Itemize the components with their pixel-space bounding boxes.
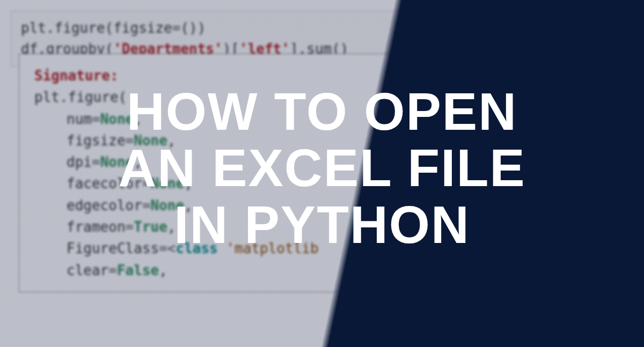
headline: HOW TO OPEN AN EXCEL FILE IN PYTHON bbox=[0, 83, 644, 253]
headline-line-2: AN EXCEL FILE bbox=[0, 140, 644, 197]
headline-line-1: HOW TO OPEN bbox=[0, 83, 644, 140]
headline-line-3: IN PYTHON bbox=[0, 197, 644, 254]
